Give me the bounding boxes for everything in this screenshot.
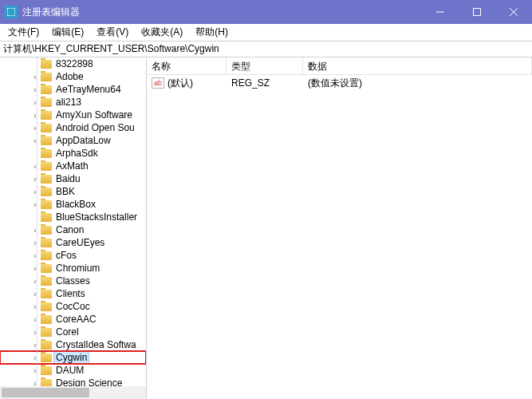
tree-node-android-open-sou[interactable]: ›Android Open Sou [0,121,146,134]
tree-node-daum[interactable]: ›DAUM [0,364,146,377]
expand-chevron-icon[interactable]: › [30,354,40,362]
tree-node-label: CoreAAC [54,314,98,325]
menu-help[interactable]: 帮助(H) [189,24,234,41]
expand-chevron-icon[interactable]: › [30,366,40,375]
folder-icon [41,111,52,120]
folder-icon [41,251,52,260]
folder-icon [41,136,52,145]
tree-node-adobe[interactable]: ›Adobe [0,70,146,83]
tree-node-careueyes[interactable]: ›CareUEyes [0,236,146,249]
tree-node-label: cFos [54,250,78,261]
column-name[interactable]: 名称 [147,57,227,74]
address-bar[interactable]: 计算机\HKEY_CURRENT_USER\Software\Cygwin [0,41,532,57]
tree-node-cfos[interactable]: ›cFos [0,249,146,262]
tree-node-corel[interactable]: ›Corel [0,326,146,338]
expand-chevron-icon[interactable]: › [30,111,40,120]
horizontal-scrollbar[interactable] [0,386,146,399]
folder-icon [41,175,52,184]
scrollbar-thumb[interactable] [2,388,89,397]
string-value-icon: ab [152,77,164,89]
tree-node-coccoc[interactable]: ›CocCoc [0,300,146,313]
expand-chevron-icon[interactable]: › [30,98,40,107]
expand-chevron-icon[interactable]: › [30,200,40,209]
minimize-button[interactable] [422,0,459,24]
close-button[interactable] [495,0,532,24]
tree-node-label: Clients [54,288,87,299]
tree-node-design-science[interactable]: ›Design Science [0,377,146,386]
tree-node-canon[interactable]: ›Canon [0,223,146,236]
value-row[interactable]: ab(默认)REG_SZ(数值未设置) [147,75,532,91]
expand-chevron-icon[interactable]: › [30,188,40,196]
expand-chevron-icon[interactable]: › [30,124,40,132]
window-title: 注册表编辑器 [22,6,80,19]
tree-node-label: CareUEyes [54,237,106,248]
tree-node-label: Classes [54,275,92,286]
tree-node-label: BBK [54,186,77,197]
tree-node-baidu[interactable]: ›Baidu [0,172,146,185]
expand-chevron-icon[interactable]: › [30,85,40,94]
expand-chevron-icon[interactable]: › [30,239,40,247]
tree-node-8322898[interactable]: ›8322898 [0,57,146,70]
column-type[interactable]: 类型 [227,57,303,74]
expand-chevron-icon[interactable]: › [30,136,40,145]
tree-node-label: AeTrayMenu64 [54,84,123,95]
tree-node-label: Cygwin [54,352,89,363]
column-data[interactable]: 数据 [303,57,532,74]
expand-chevron-icon[interactable]: › [30,162,40,171]
tree-node-label: AppDataLow [54,135,112,146]
tree-node-aetraymenu64[interactable]: ›AeTrayMenu64 [0,83,146,96]
tree-node-cygwin[interactable]: ›Cygwin [0,351,146,364]
regedit-app-icon [5,6,18,18]
folder-icon [41,379,52,387]
expand-chevron-icon[interactable]: › [30,226,40,235]
tree-node-crystalidea-softwa[interactable]: ›CrystalIdea Softwa [0,338,146,351]
tree-node-coreaac[interactable]: ›CoreAAC [0,313,146,326]
menu-bar: 文件(F) 编辑(E) 查看(V) 收藏夹(A) 帮助(H) [0,24,532,41]
expand-chevron-icon[interactable]: › [30,264,40,273]
tree-node-arphasdk[interactable]: ›ArphaSdk [0,147,146,160]
folder-icon [41,85,52,94]
expand-chevron-icon[interactable]: › [30,277,40,286]
list-header: 名称 类型 数据 [147,57,532,75]
expand-chevron-icon[interactable]: › [30,315,40,324]
menu-view[interactable]: 查看(V) [90,24,135,41]
tree-node-classes[interactable]: ›Classes [0,275,146,287]
folder-icon [41,290,52,298]
tree-node-amyxun-software[interactable]: ›AmyXun Software [0,109,146,121]
tree-node-label: 8322898 [54,58,95,69]
svg-rect-0 [474,9,481,16]
expand-chevron-icon[interactable]: › [30,290,40,298]
tree-node-label: AmyXun Software [54,109,134,120]
expand-chevron-icon[interactable]: › [30,251,40,260]
expand-chevron-icon[interactable]: › [30,328,40,337]
tree-node-ali213[interactable]: ›ali213 [0,96,146,109]
tree-node-label: Adobe [54,71,85,82]
tree-node-blackbox[interactable]: ›BlackBox [0,198,146,211]
tree-node-bbk[interactable]: ›BBK [0,185,146,198]
tree-node-appdatalow[interactable]: ›AppDataLow [0,134,146,147]
menu-favorites[interactable]: 收藏夹(A) [135,24,189,41]
tree-node-clients[interactable]: ›Clients [0,287,146,300]
expand-chevron-icon[interactable]: › [30,341,40,350]
folder-icon [41,277,52,286]
tree-node-label: BlackBox [54,199,97,210]
tree-node-label: CrystalIdea Softwa [54,339,138,350]
tree-node-label: BlueStacksInstaller [54,211,139,223]
expand-chevron-icon[interactable]: › [30,175,40,184]
tree-node-bluestacksinstaller[interactable]: ›BlueStacksInstaller [0,211,146,223]
tree-node-chromium[interactable]: ›Chromium [0,262,146,275]
expand-chevron-icon[interactable]: › [30,73,40,81]
expand-chevron-icon[interactable]: › [30,302,40,311]
maximize-button[interactable] [459,0,495,24]
menu-file[interactable]: 文件(F) [2,24,45,41]
folder-icon [41,73,52,81]
menu-edit[interactable]: 编辑(E) [45,24,90,41]
expand-chevron-icon[interactable]: › [30,379,40,387]
folder-icon [41,302,52,311]
tree-node-label: AxMath [54,160,90,172]
folder-icon [41,124,52,132]
tree-node-label: Chromium [54,263,101,274]
folder-icon [41,239,52,247]
tree-node-axmath[interactable]: ›AxMath [0,160,146,172]
value-data: (数值未设置) [303,77,532,90]
